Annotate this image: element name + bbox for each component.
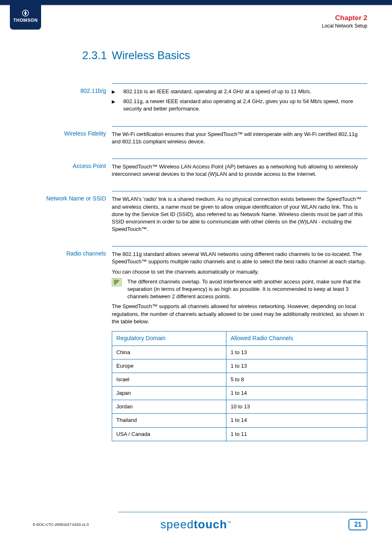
cell-domain: China [112,345,226,359]
chapter-title: Local Network Setup [322,23,367,29]
cell-domain: Japan [112,387,226,400]
cell-domain: Thailand [112,414,226,427]
bullet-arrow-icon: ▶ [112,98,123,113]
bullet-arrow-icon: ▶ [112,88,123,95]
col-allowed-channels: Allowed Radio Channels [226,331,367,345]
table-row: Europe1 to 13 [112,359,367,373]
section-label: Access Point [0,159,112,191]
footer-logo-light: speed [160,518,194,531]
footer-logo-bold: touch [194,518,227,531]
paragraph: The WLAN's 'radio' link is a shared medi… [112,196,367,233]
cell-channels: 10 to 13 [226,400,367,414]
section-body: ▶ 802.11b is an IEEE standard, operating… [112,83,367,126]
bullet-item: ▶ 802.11b is an IEEE standard, operating… [112,88,367,95]
note-icon [112,278,127,301]
paragraph: The 802.11g standard allows several WLAN… [112,251,367,265]
page-content: 2.3.1 Wireless Basics 802.11b/g ▶ 802.11… [0,49,392,452]
chapter-number: Chapter 2 [322,14,367,22]
chapter-header: Chapter 2 Local Network Setup [322,14,367,29]
table-row: Israel5 to 8 [112,373,367,386]
header-bar [0,0,392,5]
table-row: USA / Canada1 to 11 [112,427,367,441]
footer-brand-logo: speedtouch™ [160,518,232,531]
brand-logo: THOMSON [10,0,41,30]
section-body: The SpeedTouch™ Wireless LAN Access Poin… [112,159,367,191]
section-title: Wireless Basics [112,49,190,62]
section-body: The WLAN's 'radio' link is a shared medi… [112,191,367,246]
brand-name: THOMSON [13,18,38,23]
note-callout: The different channels overlap. To avoid… [112,278,367,301]
paragraph: The Wi-Fi certification ensures that you… [112,131,367,145]
cell-channels: 1 to 14 [226,414,367,427]
cell-channels: 1 to 14 [226,387,367,400]
footer-rule [118,512,367,512]
paragraph: You can choose to set the channels autom… [112,268,367,276]
col-regulatory-domain: Regulatory Domain [112,331,226,345]
cell-channels: 1 to 13 [226,345,367,359]
section-body: The Wi-Fi certification ensures that you… [112,126,367,159]
cell-channels: 1 to 13 [226,359,367,373]
bullet-text: 802.11b is an IEEE standard, operating a… [123,88,311,95]
cell-domain: Israel [112,373,226,386]
cell-domain: Europe [112,359,226,373]
table-row: Japan1 to 14 [112,387,367,400]
brand-glyph-icon [22,9,29,17]
table-row: Thailand1 to 14 [112,414,367,427]
section-label: 802.11b/g [0,83,112,126]
cell-channels: 5 to 8 [226,373,367,386]
section-access-point: Access Point The SpeedTouch™ Wireless LA… [0,159,367,191]
section-number: 2.3.1 [0,49,112,62]
table-row: China1 to 13 [112,345,367,359]
section-network-name-ssid: Network Name or SSID The WLAN's 'radio' … [0,191,367,246]
section-label: Network Name or SSID [0,191,112,246]
document-id: E-DOC-CTC-20051017-0153 v1.0 [33,523,89,527]
section-80211bg: 802.11b/g ▶ 802.11b is an IEEE standard,… [0,83,367,126]
section-radio-channels: Radio channels The 802.11g standard allo… [0,246,367,452]
page-number: 21 [348,519,367,530]
cell-domain: USA / Canada [112,427,226,441]
section-label: Radio channels [0,246,112,452]
header-bar-shadow [0,5,392,7]
cell-channels: 1 to 11 [226,427,367,441]
table-header-row: Regulatory Domain Allowed Radio Channels [112,331,367,345]
bullet-text: 802.11g, a newer IEEE standard also oper… [123,98,367,113]
cell-domain: Jordan [112,400,226,414]
paragraph: The SpeedTouch™ Wireless LAN Access Poin… [112,163,367,178]
footer-logo-tm: ™ [227,520,232,525]
note-text: The different channels overlap. To avoid… [127,278,367,301]
section-body: The 802.11g standard allows several WLAN… [112,246,367,452]
table-row: Jordan10 to 13 [112,400,367,414]
page-footer: E-DOC-CTC-20051017-0153 v1.0 speedtouch™… [0,519,392,530]
section-label: Wireless Fidelity [0,126,112,159]
section-heading: 2.3.1 Wireless Basics [0,49,367,62]
paragraph: The SpeedTouch™ supports all channels al… [112,303,367,325]
bullet-item: ▶ 802.11g, a newer IEEE standard also op… [112,98,367,113]
section-wireless-fidelity: Wireless Fidelity The Wi-Fi certificatio… [0,126,367,159]
channels-table: Regulatory Domain Allowed Radio Channels… [112,331,367,441]
